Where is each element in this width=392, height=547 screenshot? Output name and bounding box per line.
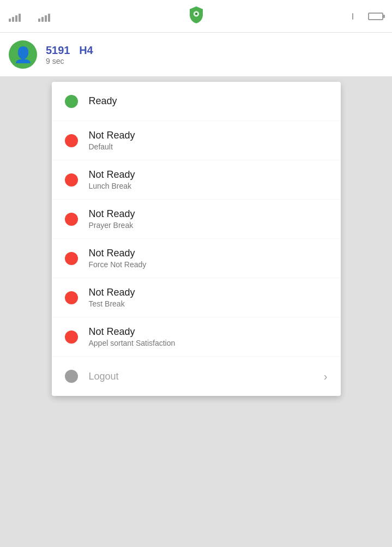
chevron-right-icon: › [324,370,328,383]
agent-id-queue: 5191 H4 [46,44,93,57]
agent-id: 5191 [46,44,70,56]
vpn-icon [186,5,206,27]
charging-icon [352,12,364,21]
menu-item-subtitle-not-ready-prayer: Prayer Break [89,221,328,230]
menu-item-text-not-ready-force: Not Ready Force Not Ready [89,248,328,269]
menu-item-subtitle-not-ready-test: Test Break [89,299,328,308]
menu-item-title-not-ready-prayer: Not Ready [89,208,328,220]
status-dot-not-ready-default [65,134,78,147]
status-dot-logout [65,370,78,383]
status-dot-not-ready-lunch [65,173,78,187]
svg-point-1 [195,13,197,15]
status-bar-left [9,11,50,22]
status-dot-not-ready-prayer [65,213,78,226]
avatar: 👤 [9,40,37,69]
header: 👤 5191 H4 9 sec [0,33,392,76]
agent-queue: H4 [79,44,93,56]
menu-item-title-not-ready-default: Not Ready [89,130,328,141]
menu-item-title-not-ready-appel: Not Ready [89,326,328,338]
menu-item-ready[interactable]: Ready [52,82,341,121]
menu-item-text-not-ready-default: Not Ready Default [89,130,328,151]
menu-item-text-not-ready-appel: Not Ready Appel sortant Satisfaction [89,326,328,347]
status-dot-not-ready-test [65,291,78,304]
status-bar [0,0,392,33]
menu-item-not-ready-prayer[interactable]: Not Ready Prayer Break [52,200,341,239]
menu-item-not-ready-lunch[interactable]: Not Ready Lunch Break [52,160,341,200]
menu-item-title-not-ready-lunch: Not Ready [89,169,328,181]
battery-icon [368,13,383,20]
menu-item-title-logout: Logout [89,371,313,382]
menu-item-subtitle-not-ready-force: Force Not Ready [89,260,328,269]
menu-item-title-not-ready-force: Not Ready [89,248,328,259]
menu-item-not-ready-default[interactable]: Not Ready Default [52,121,341,160]
menu-item-title-ready: Ready [89,95,328,107]
agent-timer: 9 sec [46,57,93,65]
svg-rect-2 [352,13,353,20]
main-content: Ready Not Ready Default Not Ready Lunch … [0,76,392,547]
menu-item-text-ready: Ready [89,95,328,107]
menu-item-logout[interactable]: Logout › [52,357,341,396]
menu-item-not-ready-appel[interactable]: Not Ready Appel sortant Satisfaction [52,317,341,357]
header-info: 5191 H4 9 sec [46,44,93,65]
signal-bars-left [9,11,21,22]
menu-item-text-not-ready-prayer: Not Ready Prayer Break [89,208,328,230]
menu-item-text-not-ready-lunch: Not Ready Lunch Break [89,169,328,190]
menu-item-text-logout: Logout [89,371,313,382]
signal-bars-right [38,11,50,22]
menu-item-text-not-ready-test: Not Ready Test Break [89,287,328,308]
menu-item-subtitle-not-ready-appel: Appel sortant Satisfaction [89,339,328,347]
status-dropdown: Ready Not Ready Default Not Ready Lunch … [52,82,341,396]
menu-item-subtitle-not-ready-default: Default [89,142,328,151]
status-dot-not-ready-force [65,252,78,265]
menu-item-subtitle-not-ready-lunch: Lunch Break [89,182,328,190]
status-dot-not-ready-appel [65,330,78,344]
menu-item-title-not-ready-test: Not Ready [89,287,328,298]
status-bar-right [352,12,383,21]
menu-item-not-ready-force[interactable]: Not Ready Force Not Ready [52,239,341,278]
avatar-person-icon: 👤 [14,46,33,64]
battery-container [368,13,383,20]
status-dot-ready [65,95,78,108]
menu-item-not-ready-test[interactable]: Not Ready Test Break [52,278,341,317]
